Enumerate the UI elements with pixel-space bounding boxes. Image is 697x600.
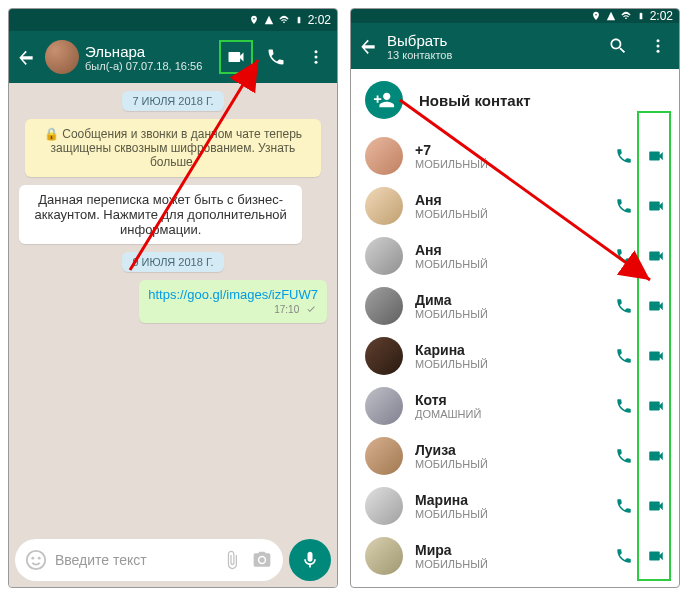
video-call-icon[interactable]: [647, 447, 665, 465]
wifi-icon: [278, 14, 290, 26]
status-bar: 2:02: [9, 9, 337, 31]
search-button[interactable]: [601, 29, 635, 63]
contact-type: МОБИЛЬНЫЙ: [415, 258, 603, 270]
contact-type: МОБИЛЬНЫЙ: [415, 208, 603, 220]
composer: Введите текст: [9, 533, 337, 587]
svg-point-6: [657, 39, 660, 42]
contact-name: Котя: [415, 392, 603, 408]
svg-point-1: [315, 56, 318, 59]
contact-name: Карина: [415, 342, 603, 358]
contact-avatar: [365, 237, 403, 275]
chat-title: Эльнара: [85, 43, 213, 60]
voice-call-icon[interactable]: [615, 547, 633, 565]
video-call-icon[interactable]: [647, 247, 665, 265]
contact-avatar: [365, 387, 403, 425]
new-contact-button[interactable]: Новый контакт: [351, 69, 679, 131]
contact-actions: [615, 197, 665, 215]
contact-actions: [615, 447, 665, 465]
status-bar: 2:02: [351, 9, 679, 23]
chat-screen: 2:02 Эльнара был(-а) 07.07.18, 16:56 7 И…: [8, 8, 338, 588]
contact-type: МОБИЛЬНЫЙ: [415, 358, 603, 370]
svg-point-2: [315, 61, 318, 64]
contact-row[interactable]: Котя ДОМАШНИЙ: [351, 381, 679, 431]
camera-icon[interactable]: [251, 549, 273, 571]
attach-icon[interactable]: [221, 549, 243, 571]
encryption-notice[interactable]: 🔒 Сообщения и звонки в данном чате тепер…: [25, 119, 321, 177]
voice-call-icon[interactable]: [615, 147, 633, 165]
contact-row[interactable]: Карина МОБИЛЬНЫЙ: [351, 331, 679, 381]
signal-icon: [605, 10, 617, 22]
voice-call-icon[interactable]: [615, 347, 633, 365]
date-separator: 9 ИЮЛЯ 2018 Г.: [122, 252, 223, 272]
video-call-icon[interactable]: [647, 197, 665, 215]
contact-row[interactable]: Марина МОБИЛЬНЫЙ: [351, 481, 679, 531]
chat-header: Эльнара был(-а) 07.07.18, 16:56: [9, 31, 337, 83]
voice-record-button[interactable]: [289, 539, 331, 581]
video-call-icon[interactable]: [647, 547, 665, 565]
voice-call-icon[interactable]: [615, 447, 633, 465]
svg-point-7: [657, 45, 660, 48]
contact-actions: [615, 147, 665, 165]
svg-point-3: [27, 551, 45, 569]
voice-call-icon[interactable]: [615, 497, 633, 515]
svg-point-5: [38, 557, 41, 560]
contact-info: Карина МОБИЛЬНЫЙ: [415, 342, 603, 370]
contact-name: Аня: [415, 242, 603, 258]
voice-call-button[interactable]: [259, 40, 293, 74]
date-separator: 7 ИЮЛЯ 2018 Г.: [122, 91, 223, 111]
contacts-header: Выбрать 13 контактов: [351, 23, 679, 69]
video-call-button[interactable]: [219, 40, 253, 74]
contact-row[interactable]: Дима МОБИЛЬНЫЙ: [351, 281, 679, 331]
contact-actions: [615, 497, 665, 515]
contact-type: ДОМАШНИЙ: [415, 408, 603, 420]
contact-name: Аня: [415, 192, 603, 208]
sent-tick-icon: [304, 304, 318, 316]
chat-title-block[interactable]: Эльнара был(-а) 07.07.18, 16:56: [85, 43, 213, 72]
contact-info: Луиза МОБИЛЬНЫЙ: [415, 442, 603, 470]
contact-name: Луиза: [415, 442, 603, 458]
new-contact-label: Новый контакт: [419, 92, 531, 109]
contact-avatar: [365, 537, 403, 575]
contact-row[interactable]: Аня МОБИЛЬНЫЙ: [351, 181, 679, 231]
video-call-icon[interactable]: [647, 297, 665, 315]
video-call-icon[interactable]: [647, 147, 665, 165]
contact-name: +7: [415, 142, 603, 158]
contact-avatar: [365, 487, 403, 525]
voice-call-icon[interactable]: [615, 247, 633, 265]
message-input[interactable]: Введите текст: [15, 539, 283, 581]
contact-info: Марина МОБИЛЬНЫЙ: [415, 492, 603, 520]
contact-row[interactable]: Аня МОБИЛЬНЫЙ: [351, 231, 679, 281]
contact-name: Марина: [415, 492, 603, 508]
voice-call-icon[interactable]: [615, 397, 633, 415]
contact-avatar: [365, 287, 403, 325]
video-call-icon[interactable]: [647, 397, 665, 415]
input-placeholder: Введите текст: [55, 552, 213, 568]
voice-call-icon[interactable]: [615, 297, 633, 315]
contact-row[interactable]: Луиза МОБИЛЬНЫЙ: [351, 431, 679, 481]
voice-call-icon[interactable]: [615, 197, 633, 215]
menu-button[interactable]: [299, 40, 333, 74]
svg-point-8: [657, 50, 660, 53]
contact-avatar: [365, 337, 403, 375]
contact-type: МОБИЛЬНЫЙ: [415, 308, 603, 320]
contact-row[interactable]: +7 МОБИЛЬНЫЙ: [351, 131, 679, 181]
contact-avatar[interactable]: [45, 40, 79, 74]
contact-row[interactable]: Разия МОБИЛЬНЫЙ: [351, 581, 679, 588]
contact-info: Мира МОБИЛЬНЫЙ: [415, 542, 603, 570]
message-link[interactable]: https://goo.gl/images/izFUW7: [148, 287, 318, 302]
video-call-icon[interactable]: [647, 497, 665, 515]
contact-info: Котя ДОМАШНИЙ: [415, 392, 603, 420]
emoji-icon[interactable]: [25, 549, 47, 571]
svg-point-4: [31, 557, 34, 560]
video-call-icon[interactable]: [647, 347, 665, 365]
message-bubble[interactable]: https://goo.gl/images/izFUW7 17:10: [139, 280, 327, 323]
back-button[interactable]: [355, 36, 381, 56]
contact-avatar: [365, 587, 403, 588]
business-notice[interactable]: Данная переписка может быть с бизнес-акк…: [19, 185, 302, 244]
contact-row[interactable]: Мира МОБИЛЬНЫЙ: [351, 531, 679, 581]
menu-button[interactable]: [641, 29, 675, 63]
contact-actions: [615, 547, 665, 565]
back-button[interactable]: [13, 47, 39, 67]
contact-info: Дима МОБИЛЬНЫЙ: [415, 292, 603, 320]
message-time: 17:10: [148, 304, 318, 316]
